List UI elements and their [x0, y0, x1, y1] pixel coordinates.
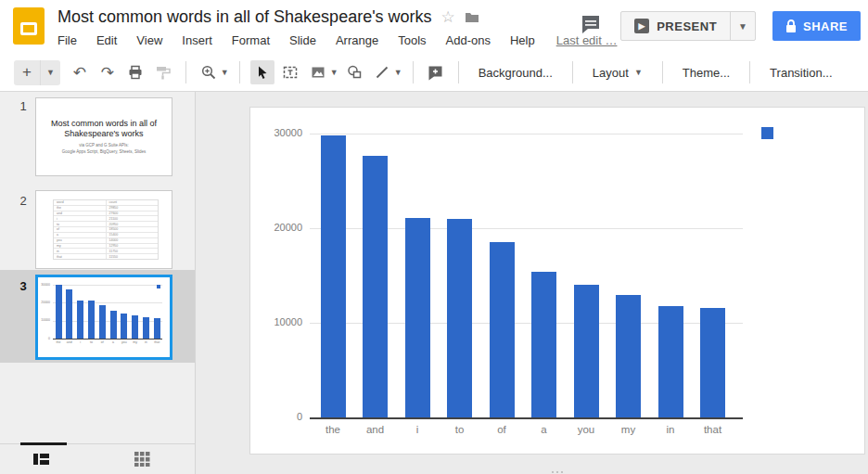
x-axis-label: to	[86, 340, 97, 344]
slide-1-thumbnail[interactable]: Most common words in all of Shakespeare'…	[35, 97, 172, 176]
document-title[interactable]: Most common words in all of Shakespeare'…	[57, 7, 432, 27]
share-label: SHARE	[803, 19, 848, 33]
y-tick-label: 0	[38, 337, 50, 340]
speaker-notes-handle[interactable]	[249, 471, 865, 473]
app-header: Most common words in all of Shakespeare'…	[0, 0, 868, 54]
slide-canvas-area: 0100002000030000theanditoofayoumyinthat	[196, 92, 868, 474]
slides-logo-icon[interactable]	[13, 7, 45, 45]
menu-bar: File Edit View Insert Format Slide Arran…	[57, 33, 617, 47]
bar	[321, 135, 346, 417]
x-axis-label: i	[75, 340, 86, 344]
active-view-indicator	[20, 442, 67, 445]
bar	[616, 295, 641, 417]
bar	[132, 315, 138, 339]
filmstrip-view-button[interactable]	[33, 452, 49, 470]
x-axis-label: and	[354, 424, 397, 435]
menu-slide[interactable]: Slide	[289, 33, 316, 47]
bar	[56, 285, 62, 339]
insert-shape-button[interactable]	[342, 60, 366, 84]
menu-arrange[interactable]: Arrange	[336, 33, 378, 47]
zoom-dropdown-icon[interactable]: ▼	[221, 68, 229, 77]
slide-filmstrip-panel: 1 Most common words in all of Shakespear…	[0, 92, 196, 474]
x-axis-label: and	[64, 340, 75, 344]
background-button[interactable]: Background...	[467, 66, 564, 80]
slide-3-number: 3	[17, 279, 30, 293]
zoom-button[interactable]	[197, 60, 221, 84]
x-axis-label: a	[523, 424, 566, 435]
layout-dropdown-icon: ▼	[634, 68, 643, 77]
filmstrip-bottom-bar	[0, 443, 195, 474]
x-axis-label: my	[130, 340, 141, 344]
x-axis-label: you	[565, 424, 607, 435]
print-button[interactable]	[123, 60, 147, 84]
thumb-2-data-table: wordcountthe29850and27600i21100to20950of…	[53, 199, 159, 260]
mini-table-row: that11550	[54, 254, 158, 259]
insert-comment-button[interactable]	[424, 60, 448, 84]
current-slide-chart[interactable]: 0100002000030000theanditoofayoumyinthat	[249, 107, 865, 455]
new-slide-dropdown-icon[interactable]: ▼	[41, 68, 60, 77]
play-icon: ▶	[634, 19, 649, 33]
x-axis-label: i	[396, 424, 439, 435]
lock-icon	[785, 19, 797, 33]
x-axis-label: to	[439, 424, 481, 435]
y-tick-label: 10000	[250, 316, 302, 327]
bar	[658, 306, 683, 417]
theme-button[interactable]: Theme...	[671, 66, 741, 80]
bar	[574, 285, 599, 417]
insert-line-button[interactable]	[370, 60, 394, 84]
insert-image-button[interactable]	[306, 60, 330, 84]
menu-insert[interactable]: Insert	[182, 33, 212, 47]
y-tick-label: 30000	[250, 127, 302, 138]
present-label: PRESENT	[657, 19, 717, 33]
menu-edit[interactable]: Edit	[96, 33, 117, 47]
bar	[77, 301, 83, 339]
bar	[99, 305, 106, 339]
menu-format[interactable]: Format	[232, 33, 270, 47]
toolbar: + ▼ ↶ ↷ ▼ ▼ ▼	[0, 54, 868, 92]
bar	[154, 318, 160, 339]
thumb-1-subtitle-line2: Google Apps Script, BigQuery, Sheets, Sl…	[62, 149, 147, 156]
x-axis-label: the	[312, 424, 354, 435]
transition-button[interactable]: Transition...	[759, 66, 843, 80]
text-box-button[interactable]	[278, 60, 302, 84]
paint-format-button[interactable]	[151, 60, 175, 84]
present-dropdown-button[interactable]: ▼	[730, 12, 755, 40]
thumb-1-subtitle-line1: via GCP and G Suite APIs:	[62, 143, 147, 149]
line-dropdown-icon[interactable]: ▼	[394, 68, 402, 77]
header-actions: ▶ PRESENT ▼ SHARE	[580, 11, 861, 41]
image-dropdown-icon[interactable]: ▼	[330, 68, 338, 77]
bar	[531, 272, 556, 417]
plus-icon: +	[14, 63, 40, 82]
menu-help[interactable]: Help	[510, 33, 535, 47]
present-button-group: ▶ PRESENT ▼	[620, 11, 756, 41]
x-axis-label: my	[607, 424, 650, 435]
bar	[447, 219, 472, 417]
layout-button[interactable]: Layout▼	[581, 66, 654, 80]
star-icon[interactable]: ☆	[441, 9, 455, 25]
comments-icon[interactable]	[580, 13, 602, 39]
legend-swatch	[761, 127, 773, 139]
thumb-3-chart: 0100002000030000theanditoofayoumyinthat	[38, 277, 170, 357]
menu-file[interactable]: File	[57, 33, 77, 47]
grid-view-button[interactable]	[134, 452, 150, 470]
slide-2-number: 2	[17, 194, 30, 208]
redo-button[interactable]: ↷	[96, 60, 120, 84]
undo-button[interactable]: ↶	[68, 60, 92, 84]
slide-3-thumbnail[interactable]: 0100002000030000theanditoofayoumyinthat	[35, 275, 172, 360]
move-folder-icon[interactable]	[465, 11, 479, 23]
menu-tools[interactable]: Tools	[398, 33, 426, 47]
bar	[66, 289, 72, 339]
y-tick-label: 10000	[38, 318, 50, 322]
share-button[interactable]: SHARE	[772, 11, 861, 41]
x-axis-label: of	[96, 340, 108, 344]
slide-2-thumbnail[interactable]: wordcountthe29850and27600i21100to20950of…	[35, 190, 172, 269]
new-slide-button[interactable]: + ▼	[14, 60, 60, 85]
x-axis-line	[53, 339, 162, 339]
thumb-1-title: Most common words in all of Shakespeare'…	[47, 119, 160, 140]
menu-view[interactable]: View	[136, 33, 162, 47]
y-tick-label: 20000	[250, 222, 302, 233]
select-tool-button[interactable]	[250, 60, 274, 84]
bar	[121, 314, 127, 339]
menu-addons[interactable]: Add-ons	[446, 33, 491, 47]
present-button[interactable]: ▶ PRESENT	[621, 12, 730, 40]
